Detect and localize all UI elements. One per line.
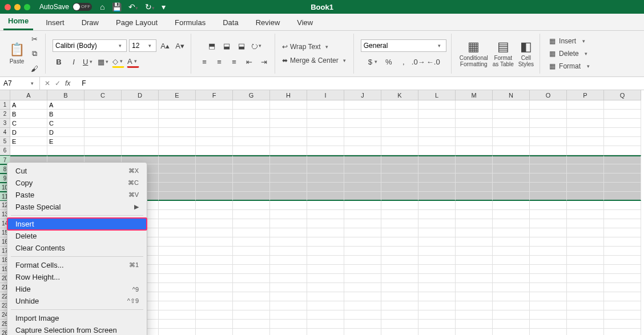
cell[interactable] xyxy=(159,274,196,283)
cell[interactable] xyxy=(233,320,270,329)
cell[interactable] xyxy=(604,219,641,228)
conditional-formatting-button[interactable]: ▦Conditional Formatting xyxy=(458,39,489,68)
cell[interactable] xyxy=(567,128,604,137)
close-icon[interactable] xyxy=(5,4,11,10)
cell[interactable] xyxy=(122,110,159,119)
cell[interactable] xyxy=(84,128,122,137)
cell[interactable] xyxy=(196,320,233,329)
cell[interactable] xyxy=(196,119,233,128)
cell[interactable] xyxy=(233,110,270,119)
cell[interactable] xyxy=(604,329,641,335)
align-center-icon[interactable]: ≡ xyxy=(213,55,226,68)
cell[interactable] xyxy=(604,256,641,265)
cell[interactable] xyxy=(10,146,47,155)
wrap-text-button[interactable]: ↩Wrap Text▾ xyxy=(282,43,331,51)
cell[interactable] xyxy=(530,320,567,329)
cell[interactable] xyxy=(233,164,270,173)
cell[interactable] xyxy=(456,265,493,274)
cell[interactable] xyxy=(530,164,567,173)
cell[interactable] xyxy=(307,137,344,146)
cell[interactable] xyxy=(233,210,270,219)
cell[interactable] xyxy=(456,320,493,329)
cell[interactable] xyxy=(381,274,418,283)
cell[interactable] xyxy=(381,146,418,155)
cell[interactable] xyxy=(159,265,196,274)
row-header[interactable]: 4 xyxy=(0,128,10,137)
cell[interactable] xyxy=(159,164,196,173)
cell[interactable]: B xyxy=(47,110,84,119)
cell[interactable] xyxy=(307,100,344,110)
cell[interactable] xyxy=(493,201,530,210)
cell[interactable] xyxy=(233,283,270,292)
cell[interactable] xyxy=(47,146,84,155)
cell[interactable] xyxy=(567,146,604,155)
formula-input[interactable]: F xyxy=(78,79,644,87)
cell[interactable]: C xyxy=(10,119,47,128)
autosave-toggle[interactable]: AutoSave OFF xyxy=(39,3,92,11)
save-icon[interactable]: 💾 xyxy=(112,2,122,11)
cell[interactable] xyxy=(196,146,233,155)
cell[interactable] xyxy=(456,301,493,310)
ctx-hide[interactable]: Hide^9 xyxy=(7,283,147,295)
cell[interactable] xyxy=(196,274,233,283)
cell[interactable] xyxy=(159,256,196,265)
align-bottom-icon[interactable]: ⬓ xyxy=(235,39,248,52)
cell[interactable] xyxy=(270,183,307,192)
cell[interactable] xyxy=(530,247,567,256)
more-icon[interactable]: ▾ xyxy=(162,2,166,11)
copy-icon[interactable]: ⧉ xyxy=(28,47,41,60)
cell[interactable] xyxy=(493,173,530,183)
cell[interactable] xyxy=(530,137,567,146)
cell[interactable] xyxy=(270,329,307,335)
cell[interactable] xyxy=(456,110,493,119)
cell[interactable] xyxy=(493,119,530,128)
align-middle-icon[interactable]: ⬓ xyxy=(220,39,233,52)
cell[interactable] xyxy=(604,100,641,110)
row-header[interactable]: 3 xyxy=(0,119,10,128)
cell[interactable] xyxy=(567,100,604,110)
cell[interactable] xyxy=(530,329,567,335)
cell[interactable] xyxy=(567,164,604,173)
cell[interactable] xyxy=(196,247,233,256)
cell[interactable] xyxy=(567,256,604,265)
cell[interactable] xyxy=(344,128,381,137)
cell[interactable] xyxy=(270,274,307,283)
cell[interactable] xyxy=(344,183,381,192)
tab-formulas[interactable]: Formulas xyxy=(170,15,210,30)
cell[interactable] xyxy=(196,292,233,301)
cell[interactable] xyxy=(307,128,344,137)
cell[interactable] xyxy=(456,128,493,137)
cell[interactable] xyxy=(567,210,604,219)
ctx-format-cells-[interactable]: Format Cells...⌘1 xyxy=(7,259,147,271)
cell[interactable]: E xyxy=(47,137,84,146)
ctx-clear-contents[interactable]: Clear Contents xyxy=(7,242,147,254)
cell[interactable] xyxy=(530,110,567,119)
italic-button[interactable]: I xyxy=(67,55,80,68)
indent-increase-icon[interactable]: ⇥ xyxy=(257,55,270,68)
cell[interactable] xyxy=(493,320,530,329)
cell[interactable]: A xyxy=(47,100,84,110)
cell[interactable] xyxy=(493,164,530,173)
cell[interactable] xyxy=(456,183,493,192)
insert-cells-button[interactable]: ▦Insert▾ xyxy=(547,36,590,46)
cell[interactable] xyxy=(196,128,233,137)
cell[interactable] xyxy=(418,329,456,335)
cell[interactable] xyxy=(196,183,233,192)
cell[interactable]: D xyxy=(10,128,47,137)
cell[interactable] xyxy=(530,173,567,183)
column-header[interactable]: J xyxy=(344,90,381,100)
border-button[interactable]: ▦▾ xyxy=(97,55,110,68)
cell[interactable] xyxy=(418,192,456,201)
cell[interactable] xyxy=(307,256,344,265)
cell[interactable] xyxy=(418,183,456,192)
cell[interactable] xyxy=(270,137,307,146)
cell[interactable] xyxy=(270,192,307,201)
cell[interactable] xyxy=(159,320,196,329)
ctx-unhide[interactable]: Unhide^⇧9 xyxy=(7,295,147,307)
ctx-paste[interactable]: Paste⌘V xyxy=(7,189,147,201)
cell[interactable] xyxy=(604,310,641,320)
cell[interactable] xyxy=(381,310,418,320)
home-icon[interactable]: ⌂ xyxy=(100,2,104,11)
cell[interactable] xyxy=(456,228,493,237)
align-right-icon[interactable]: ≡ xyxy=(228,55,240,68)
